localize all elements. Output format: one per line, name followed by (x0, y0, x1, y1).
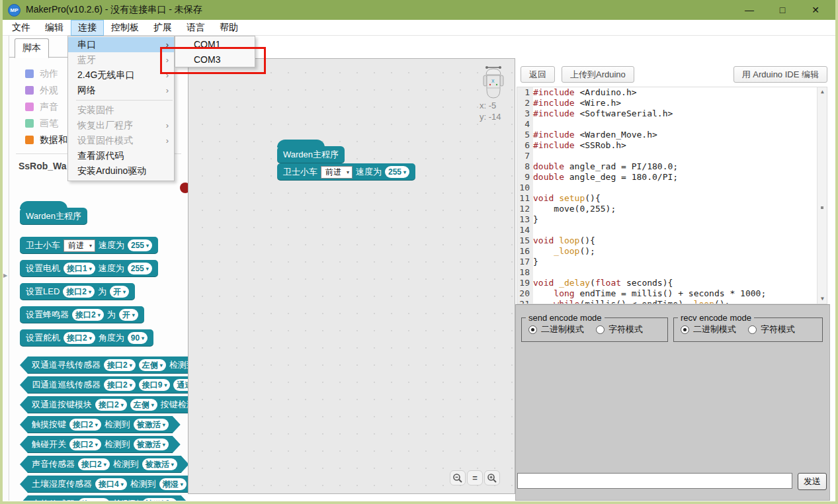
block-label: 设置LED (26, 286, 60, 298)
block-dropdown[interactable]: 被激活▾ (134, 419, 169, 431)
menu-item-label: 安装Arduino驱动 (77, 165, 146, 177)
code-block[interactable]: 设置舵机接口2▾角度为90▾ (20, 329, 153, 347)
block-dropdown[interactable]: 90▾ (128, 332, 147, 344)
block-dropdown[interactable]: 接口2▾ (63, 286, 95, 298)
code-line: 3#include <SoftwareSerial.h> (517, 108, 827, 119)
menu-item-5[interactable]: 扩展 (147, 21, 179, 35)
code-block[interactable]: 土壤湿度传感器接口4▾检测到潮湿▾ (20, 476, 188, 493)
connect-menu-item[interactable]: 恢复出厂程序› (68, 118, 174, 133)
canvas-script[interactable]: Warden主程序卫士小车前进▾速度为255▾ (277, 140, 415, 181)
scroll-down-icon[interactable]: ▼ (817, 294, 827, 304)
code-block[interactable]: Warden主程序 (277, 146, 345, 163)
robot-sprite-icon[interactable]: x (481, 64, 507, 103)
code-block[interactable]: 设置电机接口1▾速度为255▾ (20, 260, 158, 277)
code-block[interactable]: 设置LED接口2▾为开▾ (20, 283, 135, 300)
minimize-button[interactable]: — (741, 5, 757, 15)
menu-item-7[interactable]: 帮助 (213, 21, 245, 35)
code-block[interactable]: 双通道按键模块接口2▾左侧▾按键检测到 (20, 396, 188, 413)
code-block[interactable]: 声音传感器接口2▾检测到被激活▾ (20, 456, 188, 473)
maximize-button[interactable]: □ (775, 5, 790, 15)
block-dropdown[interactable]: 接口2▾ (63, 332, 95, 344)
code-block[interactable]: 火焰传感器接口4▾检测到被激活▾ (20, 495, 188, 501)
dropdown-arrow-icon: ▾ (347, 169, 349, 175)
block-dropdown[interactable]: 接口2▾ (69, 419, 101, 431)
code-block[interactable]: 四通道巡线传感器接口2▾接口9▾通道A▾ (20, 376, 188, 394)
code-block[interactable]: 卫士小车前进▾速度为255▾ (20, 237, 158, 254)
line-number: 9 (517, 172, 533, 183)
tab-script[interactable]: 脚本 (15, 38, 49, 58)
send-char-radio[interactable] (596, 325, 605, 334)
code-block[interactable]: 触碰开关接口2▾检测到被激活▾ (20, 436, 181, 453)
menu-item-2[interactable]: 编辑 (38, 21, 70, 35)
connect-menu-item[interactable]: 串口› (68, 37, 174, 52)
code-block[interactable]: 卫士小车前进▾速度为255▾ (277, 163, 415, 181)
zoom-in-button[interactable] (484, 470, 500, 485)
block-dropdown[interactable]: 接口2▾ (78, 458, 110, 470)
zoom-out-button[interactable] (450, 470, 466, 485)
connect-menu-item[interactable]: 蓝牙› (68, 52, 174, 67)
dropdown-arrow-icon: ▾ (123, 289, 126, 295)
zoom-out-icon (452, 473, 463, 483)
block-dropdown[interactable]: 接口4▾ (78, 498, 110, 501)
block-dropdown[interactable]: 开▾ (110, 286, 129, 298)
code-lines: 1#include <Arduino.h>2#include <Wire.h>3… (517, 87, 827, 305)
block-dropdown[interactable]: 接口2▾ (104, 359, 136, 371)
block-dropdown[interactable]: 潮湿▾ (159, 478, 187, 490)
block-dropdown[interactable]: 接口2▾ (72, 309, 104, 321)
connect-menu-item[interactable]: 安装固件 (68, 103, 174, 118)
dropdown-arrow-icon: ▾ (98, 312, 101, 318)
zoom-reset-button[interactable]: = (467, 470, 483, 485)
block-dropdown[interactable]: 接口4▾ (95, 478, 127, 490)
connect-menu-item[interactable]: 网络› (68, 83, 174, 98)
block-dropdown[interactable]: 开▾ (119, 309, 138, 321)
close-button[interactable]: ✕ (808, 5, 823, 15)
sprite-x-coordinate: x: -5 (480, 100, 501, 111)
block-dropdown[interactable]: 通道A▾ (173, 379, 188, 391)
menu-item-1[interactable]: 文件 (5, 21, 37, 35)
connect-menu-item[interactable]: 2.4G无线串口› (68, 67, 174, 83)
code-block[interactable]: 设置蜂鸣器接口2▾为开▾ (20, 306, 144, 323)
recv-char-radio[interactable] (748, 325, 757, 334)
code-block[interactable]: 双通道寻线传感器接口2▾左侧▾检测到黑线▾ (20, 357, 188, 374)
script-canvas[interactable]: x x: -5 y: -14 Warden主程序卫士小车前进▾速度为255▾ = (188, 58, 515, 494)
block-dropdown[interactable]: 接口2▾ (69, 439, 101, 450)
palette-collapse-strip[interactable]: ▶ (3, 36, 9, 501)
block-dropdown[interactable]: 左侧▾ (130, 399, 157, 411)
block-dropdown[interactable]: 接口2▾ (95, 399, 127, 411)
code-line: 7 (517, 151, 827, 161)
block-dropdown[interactable]: 被激活▾ (134, 439, 169, 450)
edit-in-arduino-ide-button[interactable]: 用 Arduino IDE 编辑 (733, 66, 827, 83)
block-dropdown[interactable]: 接口9▾ (139, 379, 171, 391)
code-scrollbar[interactable]: ▲ ▼ (817, 87, 827, 304)
menu-item-3[interactable]: 连接 (71, 21, 103, 35)
block-dropdown[interactable]: 255▾ (128, 239, 152, 251)
connect-menu-item[interactable]: 查看源代码 (68, 148, 174, 163)
send-button[interactable]: 发送 (798, 473, 827, 490)
back-button[interactable]: 返回 (521, 66, 555, 83)
scroll-marker (821, 206, 823, 209)
palette-blocks: Warden主程序卫士小车前进▾速度为255▾设置电机接口1▾速度为255▾设置… (20, 200, 188, 501)
code-block[interactable]: 触摸按键接口2▾检测到被激活▾ (20, 416, 181, 433)
block-dropdown[interactable]: 255▾ (385, 166, 409, 178)
connect-menu-item[interactable]: 安装Arduino驱动 (68, 163, 174, 179)
block-dropdown[interactable]: 被激活▾ (142, 498, 177, 501)
menu-item-6[interactable]: 语言 (180, 21, 212, 35)
block-dropdown[interactable]: 255▾ (128, 263, 152, 274)
block-dropdown[interactable]: 左侧▾ (139, 359, 166, 371)
block-dropdown[interactable]: 前进▾ (63, 239, 95, 252)
block-dropdown[interactable]: 前进▾ (321, 166, 353, 179)
serial-send-input[interactable] (517, 473, 792, 489)
block-dropdown[interactable]: 接口2▾ (104, 379, 136, 391)
code-block[interactable]: Warden主程序 (20, 208, 87, 225)
block-dropdown[interactable]: 被激活▾ (142, 458, 177, 470)
menu-item-4[interactable]: 控制板 (105, 21, 146, 35)
scroll-up-icon[interactable]: ▲ (817, 87, 827, 97)
recv-binary-radio[interactable] (681, 325, 689, 334)
menu-item-label: 设置固件模式 (77, 135, 133, 147)
upload-to-arduino-button[interactable]: 上传到Arduino (562, 66, 634, 83)
block-dropdown[interactable]: 接口1▾ (63, 263, 95, 274)
send-binary-radio[interactable] (528, 325, 537, 334)
generated-code-view[interactable]: 1#include <Arduino.h>2#include <Wire.h>3… (517, 87, 827, 305)
menu-item-label: 网络 (77, 85, 96, 97)
connect-menu-item[interactable]: 设置固件模式› (68, 133, 174, 148)
